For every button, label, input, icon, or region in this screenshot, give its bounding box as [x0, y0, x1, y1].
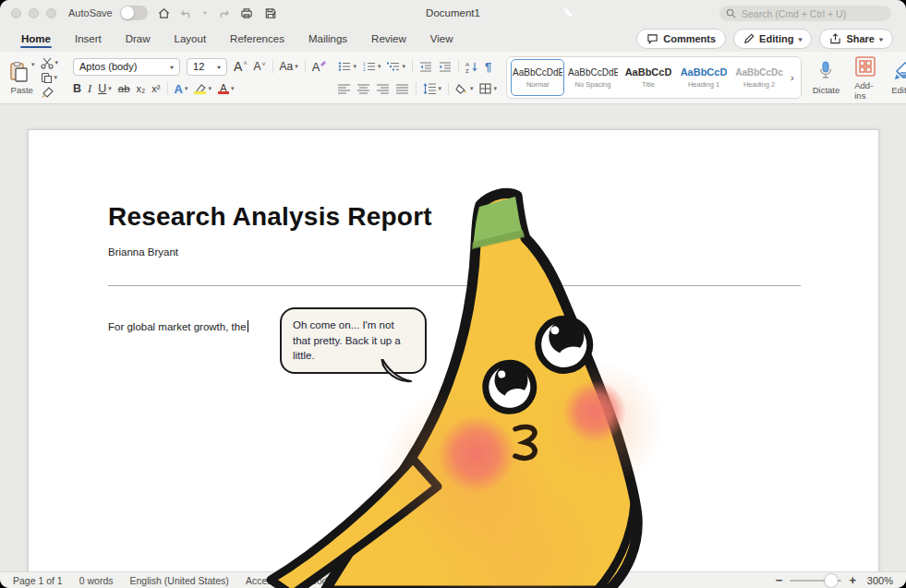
- subscript-button[interactable]: x₂: [137, 83, 146, 94]
- tab-review[interactable]: Review: [359, 28, 418, 51]
- document-page[interactable]: Research Analysis Report Brianna Bryant …: [28, 129, 879, 571]
- document-workspace: Research Analysis Report Brianna Bryant …: [0, 104, 906, 571]
- indent-icon: [439, 61, 452, 72]
- borders-icon: [479, 83, 491, 94]
- shading-button[interactable]: ▾: [455, 83, 474, 94]
- status-bar: Page 1 of 1 0 words English (United Stat…: [0, 571, 906, 588]
- underline-button[interactable]: U▾: [98, 82, 112, 95]
- tab-draw[interactable]: Draw: [114, 28, 163, 51]
- undo-chevron-icon[interactable]: ▾: [203, 9, 207, 16]
- home-icon[interactable]: [157, 6, 171, 20]
- tab-insert[interactable]: Insert: [63, 28, 114, 51]
- format-painter-button[interactable]: [41, 87, 59, 99]
- font-color-button[interactable]: A▾: [218, 83, 235, 94]
- share-button[interactable]: Share ▾: [819, 29, 893, 49]
- numbered-list-icon: 12: [363, 61, 376, 72]
- editing-mode-button[interactable]: Editing ▾: [733, 29, 812, 49]
- align-right-button[interactable]: [377, 84, 390, 94]
- editor-button[interactable]: Editor: [884, 52, 906, 103]
- superscript-button[interactable]: x²: [151, 83, 160, 94]
- zoom-slider[interactable]: [790, 574, 841, 587]
- save-icon[interactable]: [263, 6, 278, 20]
- banana-logo-icon: [561, 6, 575, 24]
- doc-horizontal-rule: [108, 285, 801, 286]
- close-window-button[interactable]: [11, 8, 21, 18]
- chevron-down-icon: ▾: [31, 61, 35, 68]
- style-no-spacing[interactable]: AaBbCcDdEe No Spacing: [566, 59, 620, 96]
- outdent-icon: [419, 61, 432, 72]
- justify-icon: [396, 84, 409, 94]
- paste-button[interactable]: ▾ Paste: [6, 61, 39, 95]
- multilevel-list-icon: [387, 61, 400, 72]
- bullet-list-button[interactable]: ▾: [338, 61, 356, 72]
- zoom-slider-thumb[interactable]: [825, 574, 838, 587]
- print-icon[interactable]: [239, 6, 254, 20]
- eraser-icon: [320, 60, 327, 67]
- borders-button[interactable]: ▾: [479, 83, 497, 94]
- cut-button[interactable]: ▾: [41, 57, 59, 69]
- search-icon: [726, 8, 736, 18]
- chevron-down-icon: ▾: [217, 63, 221, 69]
- zoom-in-button[interactable]: +: [849, 573, 856, 587]
- comment-icon: [646, 33, 658, 44]
- styles-gallery-more-button[interactable]: ›: [787, 72, 798, 83]
- text-effects-button[interactable]: A▾: [175, 82, 188, 96]
- strikethrough-button[interactable]: ab: [118, 83, 130, 94]
- show-paragraph-marks-button[interactable]: ¶: [485, 60, 491, 74]
- font-size-combo[interactable]: 12 ▾: [187, 58, 227, 76]
- italic-button[interactable]: I: [88, 82, 91, 96]
- accessibility-status[interactable]: Accessibility: Good: [246, 575, 328, 586]
- traffic-lights: [11, 8, 56, 18]
- tab-layout[interactable]: Layout: [163, 28, 219, 51]
- scissors-icon: [41, 57, 54, 69]
- zoom-percentage[interactable]: 300%: [864, 575, 893, 586]
- clipboard-icon: [9, 61, 30, 83]
- zoom-window-button[interactable]: [46, 8, 56, 18]
- styles-gallery: AaBbCcDdE Normal AaBbCcDdEe No Spacing A…: [506, 56, 802, 99]
- dictate-button[interactable]: Dictate: [805, 52, 848, 103]
- chevron-down-icon: ▾: [879, 35, 883, 42]
- zoom-out-button[interactable]: −: [776, 573, 783, 587]
- minimize-window-button[interactable]: [29, 8, 39, 18]
- bold-button[interactable]: B: [73, 82, 81, 95]
- language-status[interactable]: English (United States): [129, 575, 228, 586]
- increase-indent-button[interactable]: [439, 61, 452, 72]
- align-center-button[interactable]: [357, 84, 370, 94]
- multilevel-list-button[interactable]: ▾: [387, 61, 405, 72]
- tab-references[interactable]: References: [218, 28, 296, 51]
- comments-button[interactable]: Comments: [636, 29, 726, 49]
- svg-text:A: A: [465, 62, 469, 67]
- justify-button[interactable]: [396, 84, 409, 94]
- tab-home[interactable]: Home: [9, 28, 63, 51]
- style-title[interactable]: AaBbCcD Title: [622, 59, 675, 96]
- search-input[interactable]: [740, 7, 885, 20]
- style-heading-2[interactable]: AaBbCcDc Heading 2: [732, 59, 786, 96]
- doc-body-text: For global market growth, the: [108, 320, 248, 332]
- grow-font-button[interactable]: A˄: [234, 59, 247, 74]
- autosave-toggle[interactable]: [120, 6, 148, 20]
- word-count[interactable]: 0 words: [79, 575, 114, 586]
- tab-mailings[interactable]: Mailings: [296, 28, 359, 51]
- line-spacing-button[interactable]: ▾: [423, 83, 441, 94]
- align-left-icon: [338, 84, 351, 94]
- shrink-font-button[interactable]: A˅: [253, 60, 265, 73]
- redo-icon[interactable]: [216, 6, 230, 20]
- decrease-indent-button[interactable]: [419, 61, 432, 72]
- style-normal[interactable]: AaBbCcDdE Normal: [511, 59, 564, 96]
- add-ins-button[interactable]: Add-ins: [847, 52, 884, 103]
- change-case-button[interactable]: Aa▾: [280, 60, 298, 73]
- undo-icon[interactable]: [180, 6, 194, 20]
- page-count[interactable]: Page 1 of 1: [13, 575, 63, 586]
- copy-button[interactable]: ▾: [41, 72, 59, 84]
- doc-heading: Research Analysis Report: [108, 202, 432, 232]
- search-box[interactable]: [719, 6, 891, 21]
- sort-button[interactable]: AZ: [465, 61, 478, 73]
- style-heading-1[interactable]: AaBbCcD Heading 1: [677, 59, 731, 96]
- highlight-button[interactable]: ▾: [194, 84, 211, 94]
- font-name-combo[interactable]: Aptos (body) ▾: [73, 58, 180, 76]
- tab-view[interactable]: View: [418, 28, 465, 51]
- clear-formatting-button[interactable]: A: [312, 60, 328, 74]
- align-left-button[interactable]: [338, 84, 351, 94]
- share-icon: [829, 33, 841, 44]
- numbered-list-button[interactable]: 12 ▾: [363, 61, 381, 72]
